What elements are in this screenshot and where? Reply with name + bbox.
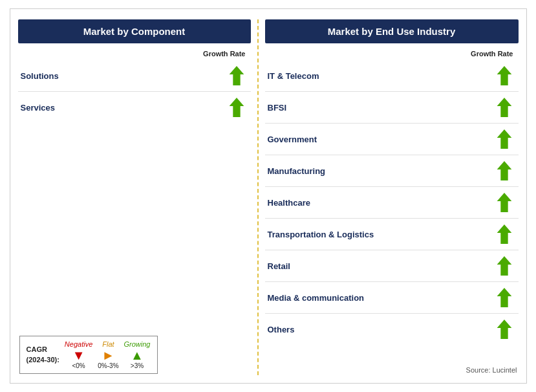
- legend-growing: Growing ▲ >3%: [124, 340, 151, 369]
- arrow-up-icon: [495, 160, 513, 182]
- arrow-up-icon: [228, 65, 246, 87]
- arrow-down-icon: ▼: [72, 349, 85, 362]
- item-manufacturing: Manufacturing: [268, 166, 326, 176]
- arrow-up-icon: [495, 191, 513, 213]
- svg-marker-2: [497, 66, 511, 85]
- table-row: Others: [265, 314, 519, 345]
- left-items-area: Solutions Services: [18, 60, 251, 375]
- growing-sub: >3%: [131, 362, 144, 369]
- negative-label: Negative: [65, 340, 92, 348]
- item-transport: Transportation & Logistics: [268, 230, 374, 239]
- right-items-area: IT & Telecom BFSI Government: [265, 60, 519, 375]
- svg-marker-7: [497, 224, 511, 244]
- legend-flat: Flat ► 0%-3%: [98, 340, 118, 369]
- arrow-up-icon: [495, 287, 513, 309]
- item-government: Government: [268, 135, 317, 144]
- item-others: Others: [268, 325, 295, 334]
- legend-box: CAGR (2024-30): Negative ▼ <0% Flat ► 0%…: [19, 336, 158, 374]
- flat-label: Flat: [102, 340, 114, 348]
- svg-marker-10: [497, 320, 511, 339]
- item-services: Services: [21, 103, 56, 113]
- item-bfsi: BFSI: [268, 103, 287, 113]
- table-row: Services: [18, 92, 251, 123]
- table-row: BFSI: [265, 92, 519, 124]
- left-growth-header: Growth Rate: [18, 50, 251, 58]
- left-panel: Market by Component Growth Rate Solution…: [18, 19, 251, 375]
- table-row: IT & Telecom: [265, 60, 519, 92]
- left-growth-rate-label: Growth Rate: [203, 50, 245, 58]
- table-row: Healthcare: [265, 187, 519, 219]
- arrow-up-icon: [495, 65, 513, 87]
- table-row: Retail: [265, 250, 519, 282]
- item-solutions: Solutions: [21, 71, 59, 81]
- table-row: Transportation & Logistics: [265, 219, 519, 250]
- table-row: Media & communication: [265, 282, 519, 314]
- table-row: Manufacturing: [265, 155, 519, 187]
- right-growth-rate-label: Growth Rate: [471, 50, 513, 58]
- item-retail: Retail: [268, 261, 290, 271]
- arrow-up-icon: [495, 223, 513, 245]
- arrow-up-icon: [495, 255, 513, 277]
- svg-marker-9: [497, 288, 511, 307]
- svg-marker-1: [229, 98, 244, 117]
- legend-negative: Negative ▼ <0%: [65, 340, 92, 369]
- growing-label: Growing: [124, 340, 151, 348]
- left-panel-title: Market by Component: [18, 19, 251, 43]
- svg-marker-3: [497, 98, 511, 117]
- svg-marker-5: [497, 161, 511, 180]
- arrow-up-icon: [228, 96, 246, 118]
- arrow-up-icon: [495, 96, 513, 118]
- table-row: Solutions: [18, 60, 251, 92]
- item-it-telecom: IT & Telecom: [268, 71, 319, 81]
- right-panel: Market by End Use Industry Growth Rate I…: [265, 19, 519, 375]
- source-label: Source: Lucintel: [466, 366, 517, 374]
- arrow-up-sm-icon: ▲: [131, 349, 144, 362]
- svg-marker-8: [497, 256, 511, 276]
- right-growth-header: Growth Rate: [265, 50, 519, 58]
- cagr-label: CAGR (2024-30):: [27, 345, 59, 365]
- svg-marker-0: [229, 66, 244, 85]
- item-media: Media & communication: [268, 293, 365, 303]
- arrow-right-icon: ►: [102, 349, 115, 362]
- flat-sub: 0%-3%: [98, 362, 118, 369]
- right-panel-title: Market by End Use Industry: [265, 19, 519, 43]
- svg-marker-6: [497, 193, 511, 212]
- table-row: Government: [265, 124, 519, 155]
- svg-marker-4: [497, 129, 511, 149]
- arrow-up-icon: [495, 318, 513, 340]
- arrow-up-icon: [495, 128, 513, 150]
- negative-sub: <0%: [72, 362, 85, 369]
- outer-container: Market by Component Growth Rate Solution…: [10, 8, 527, 384]
- vertical-divider: [257, 19, 259, 375]
- item-healthcare: Healthcare: [268, 198, 310, 208]
